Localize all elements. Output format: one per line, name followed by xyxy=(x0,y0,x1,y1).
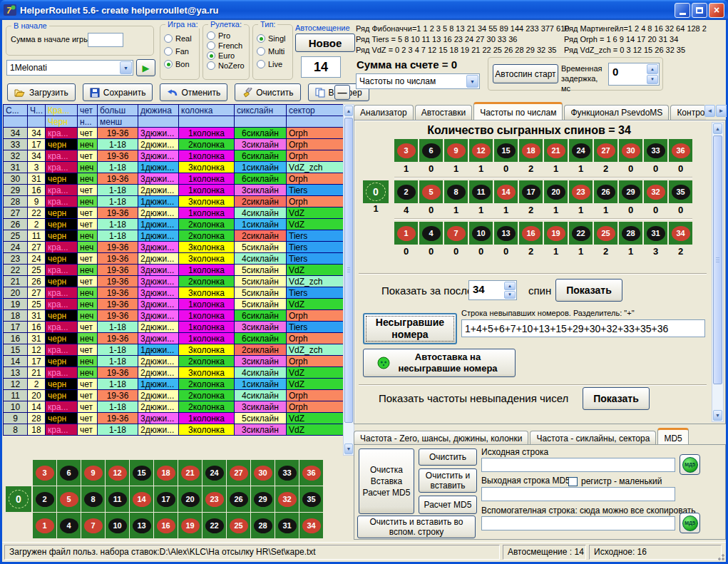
number-cell-15[interactable]: 15 xyxy=(130,460,153,486)
md5-icon-button[interactable]: МД5 xyxy=(680,454,700,475)
missed-numbers-input[interactable] xyxy=(461,319,705,337)
tab-3[interactable]: MD5 xyxy=(657,428,688,445)
number-cell-8[interactable]: 8 xyxy=(81,486,105,512)
radio-bon[interactable]: Bon xyxy=(164,60,199,68)
scroll-up-icon[interactable]: ▲ xyxy=(344,106,353,116)
number-cell-34[interactable]: 34 xyxy=(299,513,323,538)
number-cell-4[interactable]: 4 xyxy=(57,513,81,538)
number-cell-24[interactable]: 24 xyxy=(202,460,226,486)
close-button[interactable]: × xyxy=(709,3,724,18)
number-cell-9[interactable]: 9 xyxy=(81,460,105,486)
undo-button[interactable]: Отменить xyxy=(160,83,227,101)
tab-2[interactable]: Автоставки xyxy=(415,105,473,120)
spin-down-icon[interactable]: ▼ xyxy=(504,291,516,299)
autospin-start-button[interactable]: Автоспин старт xyxy=(493,64,558,83)
number-cell-30[interactable]: 30 xyxy=(251,460,275,486)
delay-spinner[interactable]: 0 ▲ ▼ xyxy=(608,63,660,86)
aux-paste-button[interactable]: Очистить и вставить во вспом. строку xyxy=(357,516,476,538)
source-string-input[interactable] xyxy=(481,458,675,472)
number-cell-29[interactable]: 29 xyxy=(251,486,275,512)
number-cell-0[interactable]: 0 xyxy=(6,486,31,512)
md5-clear-button[interactable]: Очистить xyxy=(419,448,477,466)
scrollbar-thumb[interactable] xyxy=(713,135,722,384)
scroll-down-icon[interactable]: ▼ xyxy=(713,410,722,421)
collapse-button[interactable]: — xyxy=(334,85,350,100)
number-cell-6[interactable]: 6 xyxy=(57,460,81,486)
clear-button[interactable]: Очистить xyxy=(235,83,300,101)
table-scrollbar[interactable]: ▲ ▼ xyxy=(343,104,354,456)
save-button[interactable]: Сохранить xyxy=(83,83,153,101)
number-cell-20[interactable]: 20 xyxy=(178,486,202,512)
number-cell-22[interactable]: 22 xyxy=(202,513,226,538)
number-cell-32[interactable]: 32 xyxy=(275,486,299,512)
number-cell-13[interactable]: 13 xyxy=(130,513,153,538)
number-cell-19[interactable]: 19 xyxy=(178,513,202,538)
panel-scrollbar[interactable]: ▲ ▼ xyxy=(712,122,724,422)
chevron-down-icon[interactable]: ▼ xyxy=(466,75,478,88)
play-button[interactable]: ▶ xyxy=(136,59,155,76)
radio-french[interactable]: French xyxy=(207,41,249,50)
number-cell-36[interactable]: 36 xyxy=(299,460,323,486)
radio-live[interactable]: Live xyxy=(257,60,292,68)
scroll-up-icon[interactable]: ▲ xyxy=(713,123,722,134)
radio-pro[interactable]: Pro xyxy=(207,31,249,40)
tab-right-icon[interactable]: ► xyxy=(716,105,727,117)
number-cell-16[interactable]: 16 xyxy=(154,513,178,538)
autobet-button[interactable]: Автоставка на несыгравшие номера xyxy=(363,349,516,377)
number-cell-25[interactable]: 25 xyxy=(227,513,250,538)
spin-down-icon[interactable]: ▼ xyxy=(647,75,658,85)
number-cell-21[interactable]: 21 xyxy=(178,460,202,486)
number-cell-18[interactable]: 18 xyxy=(154,460,178,486)
tab-2[interactable]: Частота - сиклайны, сектора xyxy=(530,431,656,445)
number-cell-1[interactable]: 1 xyxy=(33,513,56,538)
number-cell-5[interactable]: 5 xyxy=(57,486,81,512)
start-sum-input[interactable] xyxy=(88,33,123,47)
radio-singl[interactable]: Singl xyxy=(257,34,292,43)
minimize-button[interactable] xyxy=(675,3,690,18)
number-cell-23[interactable]: 23 xyxy=(202,486,226,512)
spin-up-icon[interactable]: ▲ xyxy=(504,282,516,290)
number-cell-7[interactable]: 7 xyxy=(81,513,105,538)
output-string-input[interactable] xyxy=(481,487,675,501)
tab-4[interactable]: Функционал PsevdoMS xyxy=(564,105,669,120)
number-cell-11[interactable]: 11 xyxy=(106,486,129,512)
mode-combo[interactable]: Частоты по числам ▼ xyxy=(356,73,480,89)
tab-5[interactable]: Контроль банкро xyxy=(670,105,706,120)
md5-clear-paste-button[interactable]: Очистить и вставить xyxy=(419,468,477,493)
number-cell-27[interactable]: 27 xyxy=(227,460,250,486)
new-button[interactable]: Новое xyxy=(295,34,355,52)
number-cell-31[interactable]: 31 xyxy=(275,513,299,538)
number-cell-2[interactable]: 2 xyxy=(33,486,56,512)
scrollbar-thumb[interactable] xyxy=(344,118,353,423)
scroll-down-icon[interactable]: ▼ xyxy=(344,443,353,454)
spin-up-icon[interactable]: ▲ xyxy=(647,64,658,74)
number-cell-28[interactable]: 28 xyxy=(251,513,275,538)
radio-real[interactable]: Real xyxy=(164,34,199,43)
md5-big-button[interactable]: Очистка Вставка Расчет MD5 xyxy=(359,448,414,514)
missed-numbers-button[interactable]: Несыгравшие номера xyxy=(363,313,457,344)
number-cell-14[interactable]: 14 xyxy=(130,486,153,512)
number-cell-12[interactable]: 12 xyxy=(106,460,129,486)
lowercase-checkbox[interactable] xyxy=(568,477,578,486)
maximize-button[interactable] xyxy=(692,3,707,18)
load-button[interactable]: Загрузить xyxy=(7,83,76,101)
resize-grip[interactable] xyxy=(716,552,724,560)
preset-combo[interactable]: 1Melonati ▼ xyxy=(6,60,133,76)
number-cell-26[interactable]: 26 xyxy=(227,486,250,512)
radio-multi[interactable]: Multi xyxy=(257,47,292,56)
radio-fan[interactable]: Fan xyxy=(164,47,199,56)
number-cell-35[interactable]: 35 xyxy=(299,486,323,512)
show-last-spinner[interactable]: 34 ▲ ▼ xyxy=(468,280,517,300)
tab-3[interactable]: Частоты по числам xyxy=(473,102,563,120)
radio-euro[interactable]: Euro xyxy=(207,51,249,60)
show-missing-freq-button[interactable]: Показать xyxy=(583,387,650,410)
number-cell-10[interactable]: 10 xyxy=(106,513,129,538)
show-button[interactable]: Показать xyxy=(555,279,622,302)
md5-icon-button[interactable]: МД5 xyxy=(680,513,700,533)
md5-calc-button[interactable]: Расчет MD5 xyxy=(419,496,477,514)
chevron-down-icon[interactable]: ▼ xyxy=(120,61,132,74)
tab-1[interactable]: Частота - Zero, шансы, дюжины, колонки xyxy=(354,431,528,445)
number-cell-17[interactable]: 17 xyxy=(154,486,178,512)
number-cell-33[interactable]: 33 xyxy=(275,460,299,486)
number-cell-3[interactable]: 3 xyxy=(33,460,56,486)
